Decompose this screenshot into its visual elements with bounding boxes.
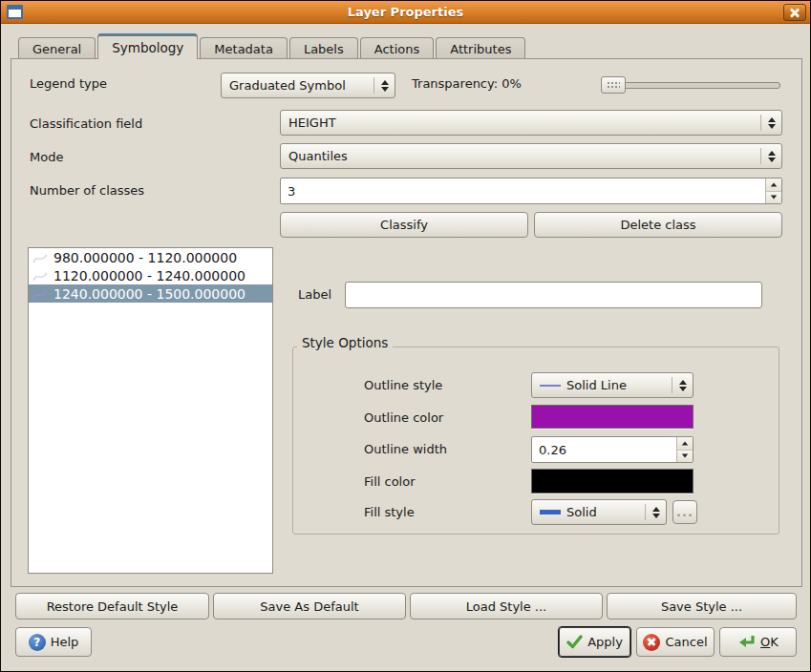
classify-button[interactable]: Classify bbox=[280, 212, 528, 238]
outline-style-label: Outline style bbox=[364, 378, 442, 392]
spin-down-icon bbox=[682, 454, 688, 458]
number-of-classes-value: 3 bbox=[281, 178, 765, 203]
layer-properties-dialog: Layer Properties General Symbology Metad… bbox=[0, 0, 811, 672]
restore-default-style-button[interactable]: Restore Default Style bbox=[15, 593, 209, 620]
fill-style-combo[interactable]: Solid bbox=[531, 499, 667, 525]
fill-style-label: Fill style bbox=[364, 505, 415, 519]
tab-actions[interactable]: Actions bbox=[360, 37, 435, 59]
help-icon: ? bbox=[29, 634, 46, 651]
tab-bar: General Symbology Metadata Labels Action… bbox=[18, 33, 527, 59]
class-list[interactable]: 980.000000 - 1120.000000 1120.000000 - 1… bbox=[28, 247, 273, 574]
fill-color-swatch[interactable] bbox=[531, 469, 694, 494]
mode-label: Mode bbox=[30, 150, 63, 164]
spin-down-icon bbox=[771, 196, 777, 200]
number-of-classes-spinbox[interactable]: 3 bbox=[280, 178, 782, 204]
spin-up-button[interactable] bbox=[677, 437, 693, 451]
close-button[interactable] bbox=[783, 4, 806, 21]
tab-symbology[interactable]: Symbology bbox=[97, 33, 198, 59]
spin-up-button[interactable] bbox=[766, 178, 781, 192]
outline-width-label: Outline width bbox=[364, 442, 447, 456]
line-sample-icon bbox=[540, 385, 561, 387]
spin-down-button[interactable] bbox=[677, 451, 693, 463]
apply-button[interactable]: Apply bbox=[558, 626, 631, 658]
outline-style-combo[interactable]: Solid Line bbox=[531, 372, 694, 398]
ok-button[interactable]: OK bbox=[719, 627, 797, 657]
spin-down-button[interactable] bbox=[766, 192, 781, 204]
curve-symbol-icon bbox=[32, 286, 49, 302]
spin-up-icon bbox=[771, 182, 777, 186]
more-fill-options-button[interactable]: ... bbox=[672, 500, 697, 524]
tab-metadata[interactable]: Metadata bbox=[200, 37, 288, 59]
outline-width-value: 0.26 bbox=[532, 437, 676, 462]
combo-arrows-icon bbox=[761, 117, 781, 129]
tab-labels[interactable]: Labels bbox=[289, 37, 358, 59]
cancel-icon bbox=[643, 634, 660, 651]
close-icon bbox=[790, 8, 800, 17]
transparency-slider-handle[interactable] bbox=[601, 76, 626, 94]
title-bar[interactable]: Layer Properties bbox=[1, 1, 810, 24]
outline-style-value: Solid Line bbox=[566, 378, 627, 392]
apply-check-icon bbox=[566, 635, 583, 649]
class-label-input[interactable] bbox=[345, 282, 762, 308]
outline-width-spinbox[interactable]: 0.26 bbox=[531, 436, 694, 463]
classification-field-combo[interactable]: HEIGHT bbox=[280, 110, 782, 136]
class-list-item[interactable]: 1120.000000 - 1240.000000 bbox=[29, 266, 272, 284]
tab-general[interactable]: General bbox=[18, 37, 96, 59]
load-style-button[interactable]: Load Style ... bbox=[410, 593, 603, 620]
outline-color-swatch[interactable] bbox=[531, 405, 694, 429]
tab-attributes[interactable]: Attributes bbox=[436, 37, 525, 59]
transparency-slider-groove[interactable] bbox=[603, 82, 780, 89]
ok-enter-icon bbox=[737, 634, 756, 650]
legend-type-combo[interactable]: Graduated Symbol bbox=[221, 73, 395, 98]
class-list-item[interactable]: 980.000000 - 1120.000000 bbox=[29, 248, 272, 266]
fill-style-value: Solid bbox=[566, 505, 597, 519]
fill-color-label: Fill color bbox=[364, 474, 416, 489]
class-label-label: Label bbox=[298, 287, 331, 302]
combo-arrows-icon bbox=[374, 80, 395, 92]
save-style-button[interactable]: Save Style ... bbox=[607, 593, 797, 620]
combo-arrows-icon bbox=[761, 151, 781, 162]
legend-type-value: Graduated Symbol bbox=[229, 78, 346, 93]
combo-arrows-icon bbox=[672, 380, 693, 391]
spin-up-icon bbox=[682, 441, 688, 445]
save-as-default-button[interactable]: Save As Default bbox=[213, 593, 406, 620]
curve-symbol-icon bbox=[32, 268, 49, 284]
line-sample-icon bbox=[540, 510, 561, 514]
cancel-button[interactable]: Cancel bbox=[636, 627, 715, 657]
outline-color-label: Outline color bbox=[364, 410, 443, 425]
class-list-item[interactable]: 1240.000000 - 1500.000000 bbox=[29, 284, 272, 303]
number-of-classes-label: Number of classes bbox=[30, 183, 144, 198]
legend-type-label: Legend type bbox=[30, 76, 107, 91]
curve-symbol-icon bbox=[32, 250, 49, 265]
mode-combo[interactable]: Quantiles bbox=[280, 143, 782, 169]
style-options-title: Style Options bbox=[297, 335, 393, 350]
window-title: Layer Properties bbox=[1, 5, 810, 19]
help-button[interactable]: ? Help bbox=[15, 627, 92, 657]
mode-value: Quantiles bbox=[288, 149, 348, 163]
combo-arrows-icon bbox=[646, 507, 666, 518]
classification-field-value: HEIGHT bbox=[288, 116, 336, 130]
classification-field-label: Classification field bbox=[30, 116, 142, 131]
delete-class-button[interactable]: Delete class bbox=[534, 212, 782, 238]
transparency-label: Transparency: 0% bbox=[412, 76, 522, 91]
